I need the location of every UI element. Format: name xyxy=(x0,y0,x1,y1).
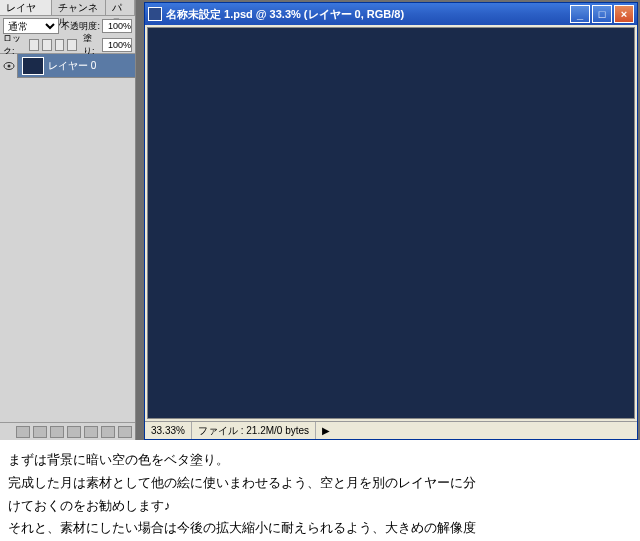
layer-thumbnail[interactable] xyxy=(22,57,44,75)
document-window: 名称未設定 1.psd @ 33.3% (レイヤー 0, RGB/8) _ □ … xyxy=(144,2,638,440)
panel-footer xyxy=(0,422,135,440)
status-zoom[interactable]: 33.33% xyxy=(145,422,192,439)
layer-mask-icon[interactable] xyxy=(50,426,64,438)
visibility-toggle[interactable] xyxy=(0,54,18,78)
layer-item[interactable]: レイヤー 0 xyxy=(0,54,135,78)
caption-line: それと、素材にしたい場合は今後の拡大縮小に耐えられるよう、大きめの解像度 xyxy=(8,518,632,539)
lock-position-icon[interactable] xyxy=(55,39,65,51)
maximize-button[interactable]: □ xyxy=(592,5,612,23)
caption-line: 完成した月は素材として他の絵に使いまわせるよう、空と月を別のレイヤーに分 xyxy=(8,473,632,494)
status-extra: ▶ xyxy=(316,422,637,439)
statusbar: 33.33% ファイル : 21.2M/0 bytes ▶ xyxy=(145,421,637,439)
lock-all-icon[interactable] xyxy=(67,39,77,51)
eye-icon xyxy=(3,62,15,70)
canvas[interactable] xyxy=(147,27,635,419)
svg-point-1 xyxy=(7,64,10,67)
new-layer-icon[interactable] xyxy=(101,426,115,438)
app-icon xyxy=(148,7,162,21)
layer-fx-icon[interactable] xyxy=(33,426,47,438)
lock-transparency-icon[interactable] xyxy=(29,39,39,51)
link-layers-icon[interactable] xyxy=(16,426,30,438)
tab-layers[interactable]: レイヤー × xyxy=(0,0,52,15)
canvas-area: 名称未設定 1.psd @ 33.3% (レイヤー 0, RGB/8) _ □ … xyxy=(136,0,640,440)
layers-panel: レイヤー × チャンネル パス 通常 不透明度: ロック: 塗り: xyxy=(0,0,136,440)
layer-name[interactable]: レイヤー 0 xyxy=(48,59,96,73)
delete-layer-icon[interactable] xyxy=(118,426,132,438)
caption-line: まずは背景に暗い空の色をベタ塗り。 xyxy=(8,450,632,471)
tab-channels[interactable]: チャンネル xyxy=(52,0,105,15)
status-file: ファイル : 21.2M/0 bytes xyxy=(192,422,316,439)
minimize-button[interactable]: _ xyxy=(570,5,590,23)
lock-pixels-icon[interactable] xyxy=(42,39,52,51)
layer-group-icon[interactable] xyxy=(84,426,98,438)
tab-paths[interactable]: パス xyxy=(106,0,135,15)
close-button[interactable]: × xyxy=(614,5,634,23)
layer-list: レイヤー 0 xyxy=(0,54,135,422)
titlebar[interactable]: 名称未設定 1.psd @ 33.3% (レイヤー 0, RGB/8) _ □ … xyxy=(145,3,637,25)
fill-input[interactable] xyxy=(102,38,132,52)
titlebar-text: 名称未設定 1.psd @ 33.3% (レイヤー 0, RGB/8) xyxy=(166,7,570,22)
panel-tabs: レイヤー × チャンネル パス xyxy=(0,0,135,16)
caption-text: まずは背景に暗い空の色をベタ塗り。 完成した月は素材として他の絵に使いまわせるよ… xyxy=(0,440,640,541)
lock-fill-row: ロック: 塗り: xyxy=(0,36,135,54)
adjustment-layer-icon[interactable] xyxy=(67,426,81,438)
opacity-input[interactable] xyxy=(102,19,132,33)
caption-line: けておくのをお勧めします♪ xyxy=(8,496,632,517)
